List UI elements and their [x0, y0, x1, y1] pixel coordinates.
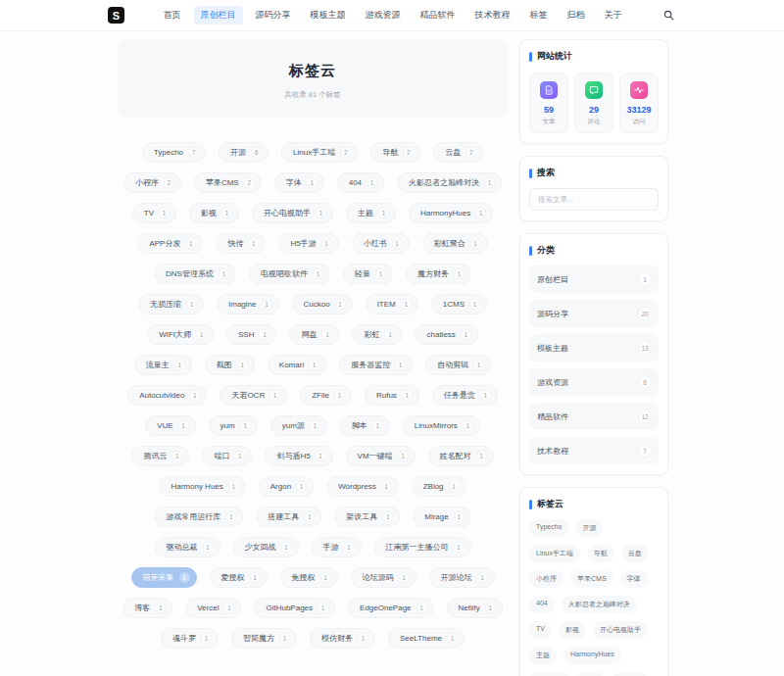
tag-pill[interactable]: 姓名配对1 — [428, 446, 494, 466]
nav-item[interactable]: 技术教程 — [468, 6, 517, 24]
tag-pill[interactable]: Netlify1 — [447, 598, 503, 618]
nav-item[interactable]: 原创栏目 — [194, 6, 243, 24]
tag-pill[interactable]: 搭建工具1 — [256, 507, 321, 527]
tag-pill[interactable]: Mirage1 — [413, 507, 470, 527]
category-row[interactable]: 技术教程7 — [529, 437, 659, 464]
category-row[interactable]: 游戏资源6 — [529, 368, 659, 396]
category-row[interactable]: 模板主题13 — [529, 334, 659, 362]
tag-pill[interactable]: SeeLTheme1 — [388, 628, 465, 649]
tag-pill[interactable]: H5手游1 — [278, 233, 338, 254]
tag-pill[interactable]: 架设工具1 — [334, 507, 400, 527]
sidebar-tag-pill[interactable]: 小程序 — [529, 570, 564, 588]
tag-pill[interactable]: Komari1 — [268, 355, 326, 375]
nav-item[interactable]: 精品软件 — [414, 6, 463, 24]
sidebar-tag-pill[interactable]: 开源 — [575, 519, 603, 537]
sidebar-tag-pill[interactable]: 云盘 — [621, 545, 649, 562]
tag-pill[interactable]: 模仿财务1 — [310, 628, 375, 649]
tag-pill[interactable]: 博客1 — [122, 598, 172, 618]
tag-pill[interactable]: 无损压缩1 — [138, 294, 204, 314]
tag-pill[interactable]: 魔方财务1 — [406, 264, 471, 284]
tag-pill[interactable]: 游戏常用运行库1 — [154, 507, 243, 527]
tag-pill[interactable]: 开心电视助手1 — [252, 203, 333, 223]
sidebar-tag-pill[interactable]: 主题 — [529, 647, 557, 664]
sidebar-tag-pill[interactable]: 火影忍者之巅峰对决 — [562, 596, 637, 613]
tag-pill[interactable]: Imagine1 — [217, 294, 278, 314]
tag-pill[interactable]: ZBlog1 — [412, 476, 466, 497]
tag-pill[interactable]: 苹果CMS2 — [194, 172, 262, 193]
tag-pill[interactable]: 字体1 — [274, 172, 324, 193]
tag-pill[interactable]: 萌芽采集1 — [131, 567, 197, 588]
sidebar-tag-pill[interactable]: Linux手工端 — [529, 545, 580, 562]
tag-pill[interactable]: 脚本1 — [340, 415, 390, 436]
tag-pill[interactable]: 魂斗罗1 — [161, 628, 219, 649]
tag-pill[interactable]: 影视1 — [189, 203, 239, 223]
tag-pill[interactable]: 手游1 — [312, 537, 362, 557]
tag-pill[interactable]: VM一键端1 — [346, 446, 416, 466]
tag-pill[interactable]: 彩虹1 — [352, 324, 402, 345]
tag-pill[interactable]: 任务悬赏1 — [432, 385, 498, 406]
sidebar-tag-pill[interactable]: 快传 — [577, 672, 605, 676]
nav-item[interactable]: 关于 — [598, 6, 629, 24]
tag-pill[interactable]: 截图1 — [205, 355, 255, 375]
tag-pill[interactable]: yum1 — [209, 415, 258, 436]
tag-pill[interactable]: 腾讯云1 — [131, 446, 189, 466]
tag-pill[interactable]: 火影忍者之巅峰对决1 — [397, 172, 502, 193]
tag-pill[interactable]: Argon1 — [259, 476, 314, 497]
tag-pill[interactable]: 剑与盾H51 — [265, 446, 332, 466]
tag-pill[interactable]: 智简魔方1 — [231, 628, 297, 649]
tag-pill[interactable]: 端口1 — [202, 446, 252, 466]
tag-pill[interactable]: 少女回战1 — [233, 537, 299, 557]
tag-pill[interactable]: 电视唱歌软件1 — [249, 264, 330, 284]
tag-pill[interactable]: Autocutvideo1 — [127, 385, 207, 406]
site-logo[interactable]: S — [108, 7, 124, 24]
sidebar-tag-pill[interactable]: Typecho — [529, 519, 568, 537]
stat-box[interactable]: 33129访问 — [619, 72, 659, 133]
tag-pill[interactable]: 天若OCR1 — [220, 385, 287, 406]
tag-pill[interactable]: 流量主1 — [134, 355, 192, 375]
nav-item[interactable]: 归档 — [561, 6, 592, 24]
tag-pill[interactable]: Harmony Hues1 — [159, 476, 245, 497]
tag-pill[interactable]: 驱动总裁1 — [155, 537, 220, 557]
tag-pill[interactable]: 导航2 — [370, 142, 420, 163]
tag-pill[interactable]: EdgeOnePage1 — [348, 598, 434, 618]
search-icon[interactable] — [661, 8, 676, 24]
tag-pill[interactable]: DNS管理系统1 — [154, 264, 236, 284]
sidebar-tag-pill[interactable]: 开心电视助手 — [593, 621, 648, 639]
tag-pill[interactable]: 1CMS1 — [431, 294, 487, 314]
tag-pill[interactable]: Cuckoo1 — [292, 294, 353, 314]
tag-pill[interactable]: 江南第一主播公司1 — [374, 537, 471, 557]
sidebar-tag-pill[interactable]: TV — [529, 621, 552, 639]
tag-pill[interactable]: 快传1 — [216, 233, 266, 254]
tag-pill[interactable]: chatless1 — [415, 324, 477, 345]
tag-pill[interactable]: WIFI大师1 — [147, 324, 214, 345]
sidebar-tag-pill[interactable]: 字体 — [620, 570, 648, 588]
sidebar-tag-pill[interactable]: HarmonyHues — [564, 647, 621, 664]
tag-pill[interactable]: GitHubPages1 — [254, 598, 335, 618]
tag-pill[interactable]: 开源论坛1 — [429, 567, 495, 588]
search-input[interactable] — [529, 188, 659, 211]
sidebar-tag-pill[interactable]: 苹果CMS — [570, 570, 613, 588]
tag-pill[interactable]: 彩虹聚合1 — [422, 233, 488, 254]
tag-pill[interactable]: 小红书1 — [352, 233, 410, 254]
tag-pill[interactable]: 免授权1 — [280, 567, 338, 588]
tag-pill[interactable]: 轻量1 — [343, 264, 393, 284]
stat-box[interactable]: 29评论 — [574, 72, 613, 133]
tag-pill[interactable]: 自动剪辑1 — [425, 355, 491, 375]
sidebar-tag-pill[interactable]: APP分发 — [529, 672, 570, 676]
tag-pill[interactable]: 服务器监控1 — [339, 355, 413, 375]
tag-pill[interactable]: Wordpress1 — [326, 476, 399, 497]
tag-pill[interactable]: HarmonyHues1 — [409, 203, 493, 223]
tag-pill[interactable]: 主题1 — [346, 203, 396, 223]
nav-item[interactable]: 标签 — [523, 6, 555, 24]
category-row[interactable]: 精品软件12 — [529, 403, 659, 430]
sidebar-tag-pill[interactable]: 404 — [529, 596, 555, 613]
sidebar-tag-pill[interactable]: 导航 — [587, 545, 614, 562]
sidebar-tag-pill[interactable]: 影视 — [559, 621, 586, 639]
nav-item[interactable]: 游戏资源 — [359, 6, 408, 24]
tag-pill[interactable]: Rufus1 — [365, 385, 419, 406]
nav-item[interactable]: 模板主题 — [304, 6, 353, 24]
tag-pill[interactable]: Typecho7 — [142, 142, 206, 163]
stat-box[interactable]: 59文章 — [529, 72, 568, 133]
tag-pill[interactable]: Linux手工端2 — [281, 142, 358, 163]
category-row[interactable]: 原创栏目1 — [529, 266, 659, 293]
